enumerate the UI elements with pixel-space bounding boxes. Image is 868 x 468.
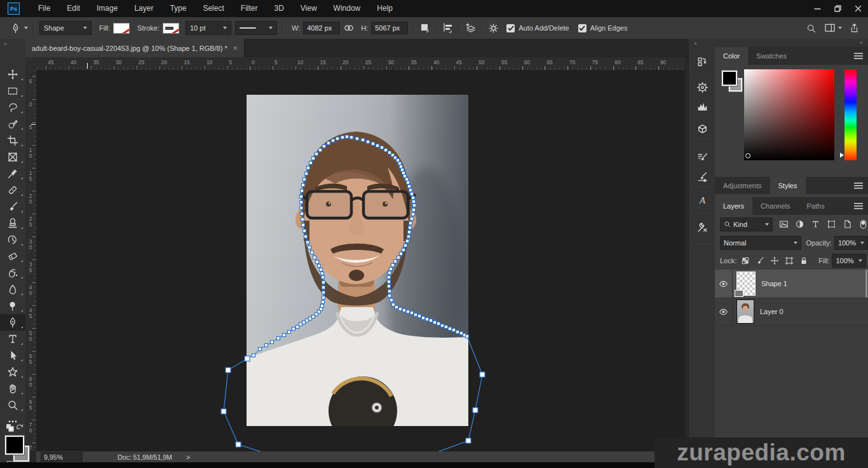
panel-icon-tools[interactable] [695,219,710,235]
collapse-panels-button[interactable]: « [689,39,715,48]
filter-imglayer-button[interactable] [779,219,789,229]
color-field-selector[interactable] [745,153,750,158]
link-dimensions-icon[interactable] [344,24,354,32]
tab-layers[interactable]: Layers [715,197,752,215]
blend-mode-select[interactable]: Normal [720,236,801,250]
tab-color[interactable]: Color [715,47,748,65]
workspace-chevron-icon[interactable] [838,27,842,29]
fill-swatch[interactable] [113,23,130,34]
panel-foreground-swatch[interactable] [722,71,737,86]
tool-shape[interactable] [0,364,25,380]
gear-icon[interactable] [488,23,499,34]
minimize-button[interactable] [807,0,827,17]
tool-blur[interactable] [0,281,25,298]
height-field[interactable]: 5067 px [371,22,408,34]
filter-typelayer-button[interactable] [811,219,820,229]
filter-adjlayer-button[interactable] [795,219,804,229]
document-canvas[interactable] [36,70,685,451]
tool-dodge[interactable] [0,298,25,314]
lock-padlock-button[interactable] [799,256,808,265]
tab-adjustments[interactable]: Adjustments [715,177,770,194]
tab-channels[interactable]: Channels [752,197,798,215]
vertical-ruler[interactable]: 5051015202530354045505560657075 [25,70,37,451]
expand-panels-button[interactable]: » [715,39,868,47]
lock-lockchecker-button[interactable] [741,256,750,265]
tool-move[interactable] [0,66,25,83]
align-edges-checkbox[interactable]: Align Edges [578,24,628,32]
panel-icon-histogram[interactable] [695,99,710,114]
panel-menu-icon[interactable] [854,182,863,189]
panel-menu-icon[interactable] [854,53,863,59]
scrollbar-thumb[interactable] [865,270,867,298]
panel-icon-brushes[interactable] [695,169,710,184]
filter-kind-select[interactable]: Kind [720,217,773,231]
tool-type[interactable] [0,331,25,347]
path-operations-icon[interactable] [419,22,431,34]
menu-filter[interactable]: Filter [233,0,266,17]
lock-move-button[interactable] [770,256,779,265]
ruler-origin-corner[interactable] [25,57,37,71]
tool-eraser[interactable] [0,248,25,265]
menu-3d[interactable]: 3D [266,0,292,17]
workspace-icon[interactable] [825,24,836,32]
tool-pathselect[interactable] [0,347,25,364]
swap-colors-icon[interactable] [4,423,24,433]
stroke-width-select[interactable]: 10 pt [186,21,231,35]
menu-layer[interactable]: Layer [126,0,161,17]
tool-lasso[interactable] [0,99,25,116]
restore-button[interactable] [827,0,848,17]
tool-zoomtool[interactable] [0,397,25,413]
hue-strip[interactable] [844,69,857,160]
tool-stamp[interactable] [0,215,25,231]
filter-smartobj-button[interactable] [843,219,852,229]
tool-preset-chevron-icon[interactable] [24,27,28,29]
tool-marquee[interactable] [0,83,25,99]
width-field[interactable]: 4082 px [303,22,340,34]
tab-close-icon[interactable]: × [233,44,238,53]
layer-visibility-toggle[interactable] [715,270,733,298]
opacity-select[interactable]: 100% [834,236,868,250]
zoom-level-field[interactable]: 9,95% [41,452,83,462]
pen-tool-icon[interactable] [10,23,21,34]
layer-row-layer-0[interactable]: Layer 0 [715,298,868,326]
menu-file[interactable]: File [30,0,58,17]
tool-pen[interactable] [0,314,25,331]
tool-mode-select[interactable]: Shape [39,21,92,35]
share-icon[interactable] [850,23,859,33]
menu-type[interactable]: Type [161,0,194,17]
stroke-swatch[interactable] [163,23,179,34]
tool-historybrush[interactable] [0,231,25,248]
tool-brush[interactable] [0,198,25,215]
search-icon[interactable] [806,24,816,33]
tool-eyedropper[interactable] [0,165,25,182]
lock-brush-button[interactable] [756,256,764,265]
filter-shapelayer-button[interactable] [827,219,836,229]
tab-swatches[interactable]: Swatches [748,47,795,65]
panel-icon-navigator[interactable] [695,79,710,95]
tool-gradient[interactable] [0,265,25,281]
tool-hand[interactable] [0,380,25,397]
layer-thumbnail[interactable] [736,299,754,324]
layer-row-shape-1[interactable]: Shape 1 [715,270,868,298]
document-tab[interactable]: adult-beard-boy-casual-220453.jpg @ 10% … [25,39,245,57]
filter-toggle-pill[interactable] [858,219,868,229]
auto-add-delete-checkbox[interactable]: Auto Add/Delete [506,24,569,32]
path-alignment-icon[interactable] [442,22,454,34]
path-arrangement-icon[interactable] [465,22,477,34]
menu-view[interactable]: View [292,0,325,17]
panel-icon-glyphs[interactable]: A [695,193,710,208]
horizontal-ruler[interactable]: 4540353025201510505101520253035404550556… [36,57,685,71]
menu-image[interactable]: Image [88,0,126,17]
menu-select[interactable]: Select [194,0,232,17]
layer-thumbnail[interactable] [736,272,756,296]
layer-visibility-toggle[interactable] [715,298,733,326]
tab-styles[interactable]: Styles [770,177,806,194]
panel-icon-brushsettings[interactable] [695,149,710,165]
menu-help[interactable]: Help [369,0,401,17]
toolbar-expand-button[interactable]: » [0,39,25,57]
tool-quickselect[interactable] [0,116,25,132]
hue-strip-marker[interactable] [840,153,844,158]
color-saturation-field[interactable] [744,69,834,160]
panel-icon-history[interactable] [695,54,710,69]
panel-menu-icon[interactable] [854,203,863,209]
